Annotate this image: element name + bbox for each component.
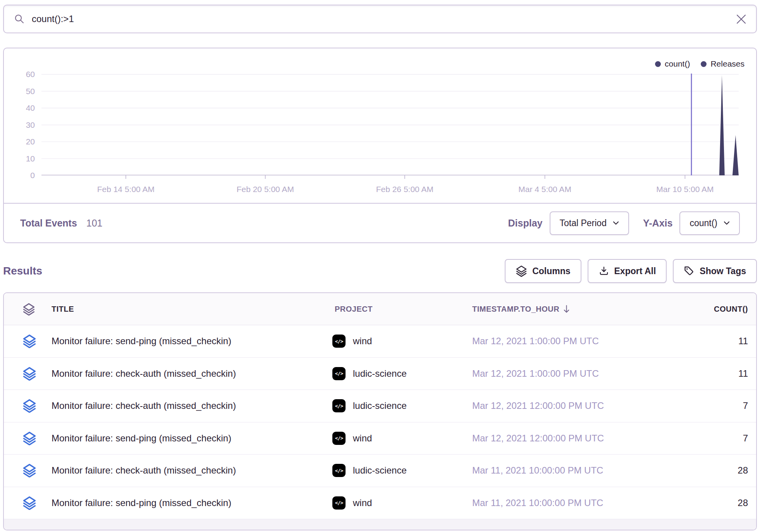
row-icon-cell [4, 399, 48, 413]
stacked-events-icon [22, 496, 36, 510]
event-count-chart[interactable] [41, 74, 739, 175]
show-tags-button-label: Show Tags [700, 266, 746, 276]
event-title-link[interactable]: Monitor failure: send-ping (missed_check… [48, 433, 329, 444]
table-row[interactable]: Monitor failure: check-auth (missed_chec… [4, 358, 756, 390]
timestamp-cell: Mar 11, 2021 10:00:00 PM UTC [455, 465, 676, 476]
project-cell: </> ludic-science [329, 464, 455, 477]
total-events: Total Events 101 [20, 218, 103, 229]
stacked-events-icon [22, 334, 36, 348]
export-all-button-label: Export All [614, 266, 656, 276]
platform-icon: </> [332, 335, 346, 348]
chart-footer: Total Events 101 Display Total Period Y-… [4, 203, 756, 242]
event-title-link[interactable]: Monitor failure: check-auth (missed_chec… [48, 465, 329, 476]
event-title-link[interactable]: Monitor failure: check-auth (missed_chec… [48, 368, 329, 379]
event-title-link[interactable]: Monitor failure: send-ping (missed_check… [48, 498, 329, 508]
row-icon-cell [4, 334, 48, 348]
total-events-value: 101 [86, 218, 103, 229]
count-cell: 11 [676, 368, 756, 379]
x-axis-tick-label: Mar 4 5:00 AM [518, 185, 571, 194]
stacked-events-icon [22, 399, 36, 413]
y-axis-tick-label: 50 [4, 87, 35, 96]
chevron-down-icon [724, 221, 730, 225]
y-axis-tick-label: 30 [4, 120, 35, 130]
column-header-title[interactable]: TITLE [48, 305, 329, 314]
legend-dot-icon [655, 61, 661, 67]
table-header-row: TITLE PROJECT TIMESTAMP.TO_HOUR COUNT() [4, 293, 756, 325]
search-icon [14, 14, 25, 24]
header-stack-icon-cell[interactable] [4, 303, 48, 316]
project-cell: </> wind [329, 432, 455, 445]
column-header-count[interactable]: COUNT() [676, 305, 756, 314]
y-axis-tick-label: 40 [4, 103, 35, 113]
row-icon-cell [4, 367, 48, 381]
chart-plot-area [41, 74, 739, 175]
chart-panel: count() Releases Total Events 101 Displa… [3, 48, 757, 243]
table-footer-strip [4, 519, 756, 530]
platform-icon: </> [332, 432, 346, 445]
export-all-button[interactable]: Export All [588, 259, 667, 283]
count-cell: 28 [676, 498, 756, 508]
columns-button[interactable]: Columns [505, 259, 581, 283]
project-name: ludic-science [353, 465, 407, 476]
legend-label: Releases [710, 59, 745, 69]
clear-search-icon[interactable] [736, 14, 746, 24]
event-title-link[interactable]: Monitor failure: check-auth (missed_chec… [48, 400, 329, 411]
y-axis-tick-label: 20 [4, 137, 35, 146]
y-axis-tick-label: 60 [4, 70, 35, 79]
x-axis-tick-label: Feb 14 5:00 AM [97, 185, 155, 194]
row-icon-cell [4, 431, 48, 445]
platform-icon: </> [332, 464, 346, 477]
stack-icon [22, 303, 35, 316]
chart-legend: count() Releases [655, 59, 745, 69]
platform-icon: </> [332, 399, 346, 412]
display-select-value: Total Period [560, 218, 607, 228]
table-row[interactable]: Monitor failure: send-ping (missed_check… [4, 325, 756, 358]
table-row[interactable]: Monitor failure: check-auth (missed_chec… [4, 455, 756, 487]
project-cell: </> wind [329, 496, 455, 510]
project-name: wind [353, 336, 372, 347]
legend-item-releases[interactable]: Releases [701, 59, 745, 69]
project-cell: </> ludic-science [329, 367, 455, 380]
stacked-events-icon [22, 367, 36, 381]
project-name: wind [353, 498, 372, 508]
stacked-events-icon [22, 463, 36, 477]
column-header-project[interactable]: PROJECT [329, 305, 455, 314]
legend-dot-icon [701, 61, 707, 67]
timestamp-cell: Mar 12, 2021 12:00:00 PM UTC [455, 400, 676, 411]
legend-label: count() [665, 59, 690, 69]
project-name: ludic-science [353, 400, 407, 411]
legend-item-count[interactable]: count() [655, 59, 690, 69]
stacked-events-icon [22, 431, 36, 445]
total-events-label: Total Events [20, 218, 77, 229]
event-title-link[interactable]: Monitor failure: send-ping (missed_check… [48, 336, 329, 347]
search-input[interactable]: count():>1 [32, 14, 736, 24]
row-icon-cell [4, 496, 48, 510]
project-cell: </> wind [329, 335, 455, 348]
timestamp-cell: Mar 11, 2021 10:00:00 PM UTC [455, 498, 676, 508]
sort-desc-icon [562, 304, 571, 314]
columns-button-label: Columns [532, 266, 570, 276]
display-select[interactable]: Total Period [550, 211, 629, 235]
yaxis-label: Y-Axis [643, 218, 672, 229]
download-icon [598, 266, 609, 276]
column-header-timestamp[interactable]: TIMESTAMP.TO_HOUR [455, 304, 676, 314]
yaxis-select[interactable]: count() [679, 211, 740, 235]
results-table: TITLE PROJECT TIMESTAMP.TO_HOUR COUNT() [3, 292, 757, 530]
row-icon-cell [4, 463, 48, 477]
show-tags-button[interactable]: Show Tags [673, 259, 757, 283]
table-row[interactable]: Monitor failure: send-ping (missed_check… [4, 422, 756, 455]
project-name: wind [353, 433, 372, 444]
project-name: ludic-science [353, 368, 407, 379]
tag-icon [684, 266, 695, 276]
table-row[interactable]: Monitor failure: send-ping (missed_check… [4, 487, 756, 520]
search-bar[interactable]: count():>1 [3, 5, 757, 33]
y-axis-tick-label: 0 [4, 171, 35, 180]
platform-icon: </> [332, 496, 346, 510]
results-heading: Results [3, 265, 42, 277]
x-axis-tick-label: Feb 20 5:00 AM [237, 185, 294, 194]
results-header-row: Results Columns Export All [3, 256, 757, 287]
timestamp-cell: Mar 12, 2021 12:00:00 PM UTC [455, 433, 676, 444]
table-row[interactable]: Monitor failure: check-auth (missed_chec… [4, 390, 756, 422]
count-cell: 7 [676, 400, 756, 411]
x-axis-tick-label: Mar 10 5:00 AM [656, 185, 714, 194]
